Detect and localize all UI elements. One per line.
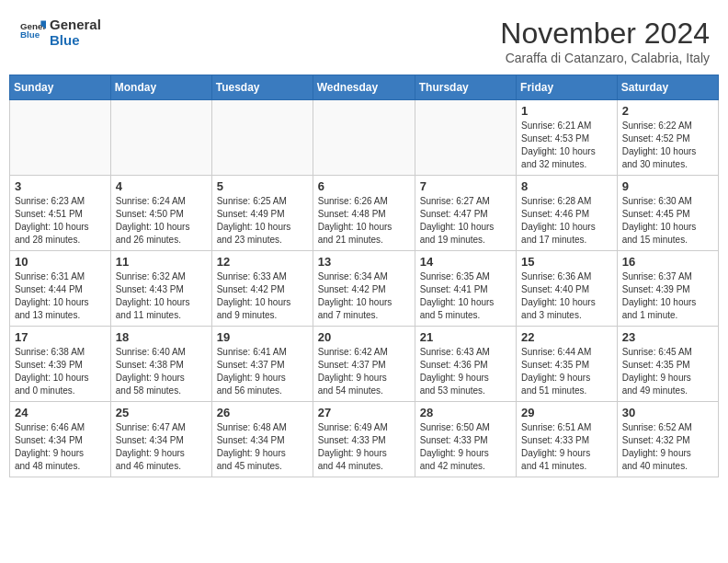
day-cell: 5Sunrise: 6:25 AM Sunset: 4:49 PM Daylig… <box>211 176 313 251</box>
day-cell: 8Sunrise: 6:28 AM Sunset: 4:46 PM Daylig… <box>517 176 618 251</box>
day-number: 22 <box>521 330 612 344</box>
day-info: Sunrise: 6:44 AM Sunset: 4:35 PM Dayligh… <box>521 346 612 397</box>
day-cell: 6Sunrise: 6:26 AM Sunset: 4:48 PM Daylig… <box>313 176 415 251</box>
day-info: Sunrise: 6:28 AM Sunset: 4:46 PM Dayligh… <box>521 195 612 247</box>
day-cell: 16Sunrise: 6:37 AM Sunset: 4:39 PM Dayli… <box>617 251 718 327</box>
month-title: November 2024 <box>500 17 710 51</box>
day-cell: 4Sunrise: 6:24 AM Sunset: 4:50 PM Daylig… <box>110 176 211 251</box>
day-cell: 17Sunrise: 6:38 AM Sunset: 4:39 PM Dayli… <box>10 327 111 402</box>
column-header-friday: Friday <box>517 75 618 100</box>
day-number: 13 <box>318 255 410 269</box>
day-cell: 28Sunrise: 6:50 AM Sunset: 4:33 PM Dayli… <box>415 402 516 477</box>
day-number: 10 <box>15 255 106 269</box>
week-row-2: 3Sunrise: 6:23 AM Sunset: 4:51 PM Daylig… <box>10 176 719 251</box>
day-info: Sunrise: 6:37 AM Sunset: 4:39 PM Dayligh… <box>622 270 713 322</box>
day-info: Sunrise: 6:36 AM Sunset: 4:40 PM Dayligh… <box>521 270 612 322</box>
day-cell: 30Sunrise: 6:52 AM Sunset: 4:32 PM Dayli… <box>617 402 718 477</box>
day-info: Sunrise: 6:45 AM Sunset: 4:35 PM Dayligh… <box>622 346 713 397</box>
day-cell: 21Sunrise: 6:43 AM Sunset: 4:36 PM Dayli… <box>415 327 516 402</box>
day-cell: 23Sunrise: 6:45 AM Sunset: 4:35 PM Dayli… <box>617 327 718 402</box>
day-number: 4 <box>116 179 207 193</box>
day-info: Sunrise: 6:48 AM Sunset: 4:34 PM Dayligh… <box>217 421 308 473</box>
day-number: 20 <box>318 330 410 344</box>
column-header-tuesday: Tuesday <box>211 75 313 100</box>
day-number: 15 <box>521 255 612 269</box>
day-cell <box>110 100 211 176</box>
day-cell: 1Sunrise: 6:21 AM Sunset: 4:53 PM Daylig… <box>517 100 618 176</box>
header: General Blue General Blue November 2024 … <box>9 9 719 69</box>
day-number: 1 <box>521 104 612 118</box>
day-info: Sunrise: 6:35 AM Sunset: 4:41 PM Dayligh… <box>420 270 511 322</box>
day-number: 18 <box>116 330 207 344</box>
column-header-thursday: Thursday <box>415 75 516 100</box>
day-number: 2 <box>622 104 713 118</box>
day-info: Sunrise: 6:52 AM Sunset: 4:32 PM Dayligh… <box>622 421 713 473</box>
day-number: 30 <box>622 406 713 419</box>
day-info: Sunrise: 6:49 AM Sunset: 4:33 PM Dayligh… <box>318 421 410 473</box>
day-cell <box>415 100 516 176</box>
day-number: 28 <box>420 406 511 419</box>
day-info: Sunrise: 6:41 AM Sunset: 4:37 PM Dayligh… <box>217 346 308 397</box>
day-info: Sunrise: 6:38 AM Sunset: 4:39 PM Dayligh… <box>15 346 106 397</box>
header-row: SundayMondayTuesdayWednesdayThursdayFrid… <box>10 75 719 100</box>
day-cell <box>10 100 111 176</box>
day-number: 23 <box>622 330 713 344</box>
day-info: Sunrise: 6:34 AM Sunset: 4:42 PM Dayligh… <box>318 270 410 322</box>
logo-blue: Blue <box>50 32 101 48</box>
subtitle: Caraffa di Catanzaro, Calabria, Italy <box>500 51 710 65</box>
day-cell: 29Sunrise: 6:51 AM Sunset: 4:33 PM Dayli… <box>517 402 618 477</box>
day-cell: 19Sunrise: 6:41 AM Sunset: 4:37 PM Dayli… <box>211 327 313 402</box>
day-info: Sunrise: 6:21 AM Sunset: 4:53 PM Dayligh… <box>521 120 612 171</box>
day-info: Sunrise: 6:46 AM Sunset: 4:34 PM Dayligh… <box>15 421 106 473</box>
day-info: Sunrise: 6:22 AM Sunset: 4:52 PM Dayligh… <box>622 120 713 171</box>
column-header-sunday: Sunday <box>10 75 111 100</box>
day-info: Sunrise: 6:27 AM Sunset: 4:47 PM Dayligh… <box>420 195 511 247</box>
day-info: Sunrise: 6:51 AM Sunset: 4:33 PM Dayligh… <box>521 421 612 473</box>
day-number: 27 <box>318 406 410 419</box>
day-info: Sunrise: 6:40 AM Sunset: 4:38 PM Dayligh… <box>116 346 207 397</box>
day-info: Sunrise: 6:24 AM Sunset: 4:50 PM Dayligh… <box>116 195 207 247</box>
day-info: Sunrise: 6:25 AM Sunset: 4:49 PM Dayligh… <box>217 195 308 247</box>
day-info: Sunrise: 6:26 AM Sunset: 4:48 PM Dayligh… <box>318 195 410 247</box>
day-cell: 2Sunrise: 6:22 AM Sunset: 4:52 PM Daylig… <box>617 100 718 176</box>
calendar-body: 1Sunrise: 6:21 AM Sunset: 4:53 PM Daylig… <box>10 100 719 477</box>
day-number: 14 <box>420 255 511 269</box>
column-header-monday: Monday <box>110 75 211 100</box>
day-number: 19 <box>217 330 308 344</box>
day-cell: 25Sunrise: 6:47 AM Sunset: 4:34 PM Dayli… <box>110 402 211 477</box>
day-cell: 3Sunrise: 6:23 AM Sunset: 4:51 PM Daylig… <box>10 176 111 251</box>
logo-general: General <box>50 17 101 32</box>
day-number: 16 <box>622 255 713 269</box>
day-info: Sunrise: 6:50 AM Sunset: 4:33 PM Dayligh… <box>420 421 511 473</box>
week-row-3: 10Sunrise: 6:31 AM Sunset: 4:44 PM Dayli… <box>10 251 719 327</box>
week-row-1: 1Sunrise: 6:21 AM Sunset: 4:53 PM Daylig… <box>10 100 719 176</box>
day-info: Sunrise: 6:33 AM Sunset: 4:42 PM Dayligh… <box>217 270 308 322</box>
day-number: 7 <box>420 179 511 193</box>
day-info: Sunrise: 6:31 AM Sunset: 4:44 PM Dayligh… <box>15 270 106 322</box>
day-cell <box>313 100 415 176</box>
day-info: Sunrise: 6:47 AM Sunset: 4:34 PM Dayligh… <box>116 421 207 473</box>
calendar-header: SundayMondayTuesdayWednesdayThursdayFrid… <box>10 75 719 100</box>
day-number: 17 <box>15 330 106 344</box>
day-info: Sunrise: 6:30 AM Sunset: 4:45 PM Dayligh… <box>622 195 713 247</box>
calendar-table: SundayMondayTuesdayWednesdayThursdayFrid… <box>9 75 719 477</box>
day-cell: 13Sunrise: 6:34 AM Sunset: 4:42 PM Dayli… <box>313 251 415 327</box>
day-number: 21 <box>420 330 511 344</box>
day-cell: 11Sunrise: 6:32 AM Sunset: 4:43 PM Dayli… <box>110 251 211 327</box>
day-cell: 12Sunrise: 6:33 AM Sunset: 4:42 PM Dayli… <box>211 251 313 327</box>
day-number: 24 <box>15 406 106 419</box>
day-cell: 18Sunrise: 6:40 AM Sunset: 4:38 PM Dayli… <box>110 327 211 402</box>
day-info: Sunrise: 6:23 AM Sunset: 4:51 PM Dayligh… <box>15 195 106 247</box>
logo-icon: General Blue <box>20 17 46 43</box>
day-info: Sunrise: 6:42 AM Sunset: 4:37 PM Dayligh… <box>318 346 410 397</box>
day-cell: 26Sunrise: 6:48 AM Sunset: 4:34 PM Dayli… <box>211 402 313 477</box>
day-number: 12 <box>217 255 308 269</box>
day-cell: 22Sunrise: 6:44 AM Sunset: 4:35 PM Dayli… <box>517 327 618 402</box>
week-row-5: 24Sunrise: 6:46 AM Sunset: 4:34 PM Dayli… <box>10 402 719 477</box>
day-cell: 14Sunrise: 6:35 AM Sunset: 4:41 PM Dayli… <box>415 251 516 327</box>
day-info: Sunrise: 6:43 AM Sunset: 4:36 PM Dayligh… <box>420 346 511 397</box>
day-number: 5 <box>217 179 308 193</box>
column-header-wednesday: Wednesday <box>313 75 415 100</box>
day-cell: 27Sunrise: 6:49 AM Sunset: 4:33 PM Dayli… <box>313 402 415 477</box>
day-number: 25 <box>116 406 207 419</box>
